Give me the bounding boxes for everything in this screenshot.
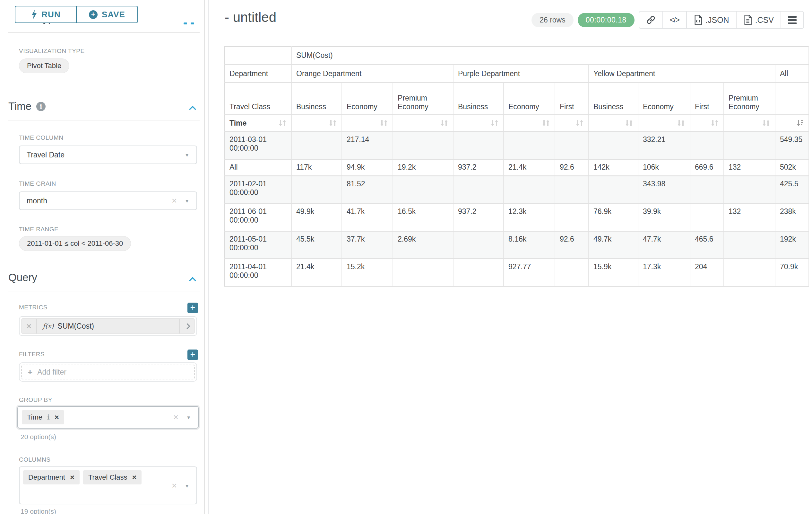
pivot-group-header: Orange Department	[291, 64, 453, 83]
csv-file-icon	[743, 15, 752, 25]
pivot-sort-cell-time[interactable]: Time	[225, 115, 291, 131]
pivot-sort-cell[interactable]	[453, 115, 503, 131]
pivot-metric-header: SUM(Cost)	[291, 47, 809, 64]
save-button[interactable]: + SAVE	[76, 6, 137, 23]
pivot-cell: 502k	[775, 159, 809, 176]
columns-select[interactable]: Department × Travel Class × × ▼	[19, 466, 197, 504]
time-column-label: TIME COLUMN	[19, 134, 63, 141]
columns-tag-travel-class[interactable]: Travel Class ×	[83, 470, 142, 484]
pivot-cell: 332.21	[638, 131, 690, 159]
pivot-cell	[453, 231, 503, 259]
pivot-sort-cell-inner	[560, 119, 584, 127]
group-by-select[interactable]: Time i × × ▼	[17, 406, 199, 429]
pivot-cell	[291, 176, 342, 204]
expand-metric-button[interactable]	[179, 319, 195, 333]
pivot-cell: 927.77	[503, 259, 555, 286]
pivot-sort-cell[interactable]	[638, 115, 690, 131]
pivot-cell: 17.3k	[638, 259, 690, 286]
pivot-sort-cell-inner: Time	[230, 119, 287, 128]
columns-tag-department[interactable]: Department ×	[23, 470, 80, 484]
caret-down-icon[interactable]: ▼	[184, 484, 190, 488]
pivot-cell	[503, 176, 555, 204]
link-icon	[646, 15, 656, 25]
scrolled-chevron-fragment	[183, 23, 187, 24]
pivot-table-container: SUM(Cost)DepartmentOrange DepartmentPurp…	[224, 46, 809, 287]
time-range-pill[interactable]: 2011-01-01 ≤ col < 2011-06-30	[19, 236, 131, 251]
sort-unsorted-icon	[677, 119, 685, 127]
pivot-cell: 669.6	[690, 159, 724, 176]
pivot-data-row: 2011-02-01 00:00:0081.52343.98425.5	[225, 176, 809, 204]
clear-icon[interactable]: ×	[172, 196, 177, 205]
add-metric-button[interactable]: +	[187, 303, 198, 313]
export-json-button[interactable]: .JSON	[686, 11, 736, 28]
time-column-select[interactable]: Travel Date ▼	[19, 145, 197, 164]
query-timer-badge: 00:00:00.18	[578, 13, 635, 27]
add-filter-button[interactable]: + Add filter	[21, 364, 195, 379]
sort-desc-icon	[795, 119, 804, 127]
pivot-sort-cell[interactable]	[393, 115, 453, 131]
pivot-sort-cell[interactable]	[342, 115, 393, 131]
sort-unsorted-icon	[576, 119, 584, 127]
panel-scrollbar[interactable]	[204, 0, 205, 514]
add-filter-plus-button[interactable]: +	[187, 350, 198, 360]
group-by-option-count: 20 option(s)	[21, 433, 56, 441]
pivot-cell	[690, 176, 724, 204]
metric-pill[interactable]: × ƒ(x) SUM(Cost)	[21, 318, 195, 334]
section-divider	[8, 120, 200, 120]
pivot-cell: 204	[690, 259, 724, 286]
remove-metric-icon[interactable]: ×	[22, 319, 37, 333]
pivot-cell	[589, 176, 638, 204]
pivot-col-header: First	[555, 83, 589, 115]
filters-label: FILTERS	[19, 351, 45, 358]
metric-name: SUM(Cost)	[57, 322, 94, 330]
clear-icon[interactable]: ×	[173, 413, 178, 422]
code-icon: </>	[670, 16, 679, 24]
pivot-col-header: Business	[453, 83, 503, 115]
pivot-sort-cell[interactable]	[690, 115, 724, 131]
sort-unsorted-icon	[762, 119, 770, 127]
pivot-sort-cell[interactable]	[724, 115, 775, 131]
remove-icon[interactable]: ×	[70, 474, 75, 481]
pivot-col-header: Premium Economy	[724, 83, 775, 115]
view-query-button[interactable]: </>	[662, 11, 686, 28]
export-csv-button[interactable]: .CSV	[736, 11, 781, 28]
pivot-sort-cell-inner	[509, 119, 550, 127]
pivot-sort-cell[interactable]	[555, 115, 589, 131]
visualization-type-pill[interactable]: Pivot Table	[19, 58, 69, 73]
menu-button[interactable]	[781, 11, 803, 28]
remove-icon[interactable]: ×	[55, 413, 59, 421]
caret-down-icon[interactable]: ▼	[186, 415, 191, 420]
export-button-group: </> .JSON .CSV	[639, 11, 804, 29]
pivot-sort-cell[interactable]	[589, 115, 638, 131]
pivot-cell	[291, 131, 342, 159]
pivot-sort-cell[interactable]	[291, 115, 342, 131]
chart-title[interactable]: - untitled	[225, 10, 276, 25]
time-grain-select[interactable]: month × ▼	[19, 191, 197, 210]
group-by-tag-time[interactable]: Time i ×	[22, 410, 64, 424]
info-icon: i	[47, 413, 50, 421]
pivot-sort-cell-inner	[643, 119, 685, 127]
pivot-sort-cell[interactable]	[503, 115, 555, 131]
pivot-group-header: All	[775, 64, 809, 83]
collapse-query-section-icon[interactable]	[190, 276, 196, 282]
pivot-cell: 217.14	[342, 131, 393, 159]
remove-icon[interactable]: ×	[132, 474, 137, 481]
run-button[interactable]: RUN	[16, 6, 76, 23]
collapse-time-section-icon[interactable]	[190, 105, 196, 111]
caret-down-icon[interactable]: ▼	[184, 198, 190, 204]
save-button-label: SAVE	[102, 10, 125, 20]
pivot-cell	[555, 176, 589, 204]
caret-down-icon[interactable]: ▼	[184, 153, 190, 157]
pivot-sort-cell[interactable]	[775, 115, 809, 131]
time-range-label: TIME RANGE	[19, 226, 58, 233]
group-by-label: GROUP BY	[19, 397, 52, 404]
clear-icon[interactable]: ×	[172, 481, 177, 490]
time-column-value: Travel Date	[27, 151, 64, 159]
share-link-button[interactable]	[639, 11, 662, 28]
pivot-cell	[589, 131, 638, 159]
pivot-cell: 132	[724, 159, 775, 176]
chevron-right-icon	[184, 323, 190, 329]
add-filter-label: Add filter	[37, 368, 66, 377]
pivot-group-header: Yellow Department	[589, 64, 775, 83]
group-by-tag-label: Time	[27, 413, 42, 422]
